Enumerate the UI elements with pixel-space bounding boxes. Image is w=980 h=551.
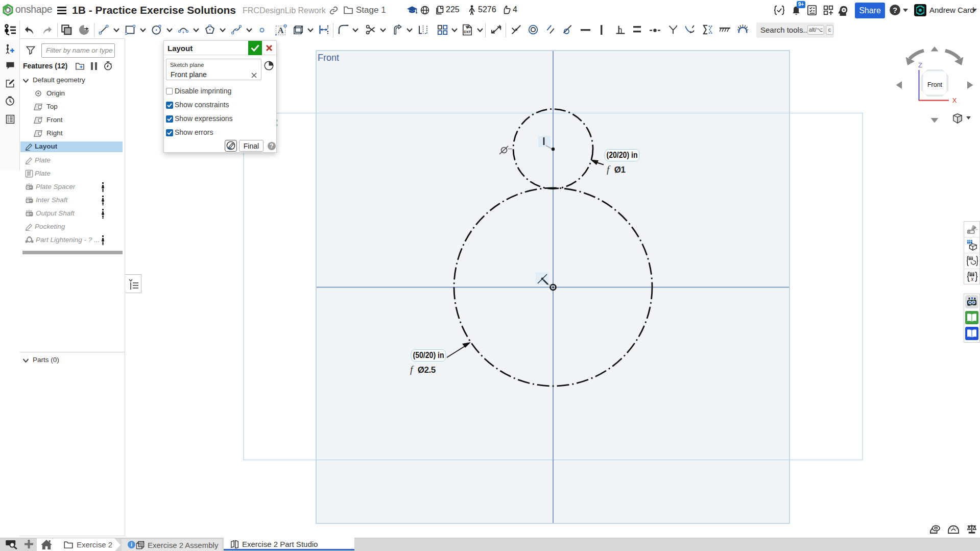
svg-text:x: x [970,275,974,282]
svg-text:Z: Z [918,61,922,69]
svg-text:A: A [278,26,284,35]
svg-text:X: X [952,97,957,104]
svg-text:Front: Front [927,81,943,88]
svg-text:DXF: DXF [464,30,471,34]
